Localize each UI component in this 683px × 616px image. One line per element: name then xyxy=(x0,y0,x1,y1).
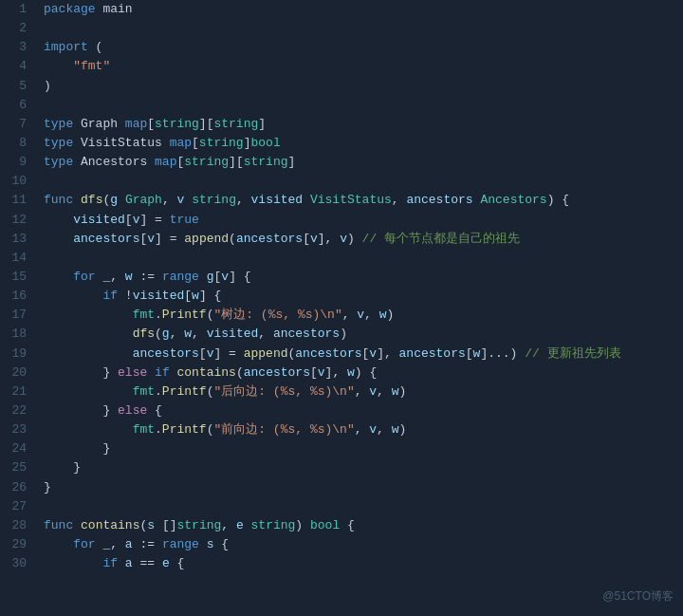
line-number: 13 xyxy=(0,230,36,249)
line-number: 12 xyxy=(0,211,36,230)
code-line: 13 ancestors[v] = append(ancestors[v], v… xyxy=(0,230,683,249)
line-number: 5 xyxy=(0,77,36,96)
line-number: 9 xyxy=(0,153,36,172)
line-number: 17 xyxy=(0,306,36,325)
line-code: } else { xyxy=(36,401,683,420)
line-code: dfs(g, w, visited, ancestors) xyxy=(36,325,683,344)
line-code: ancestors[v] = append(ancestors[v], ance… xyxy=(36,345,683,364)
code-line: 22 } else { xyxy=(0,401,683,420)
line-number: 23 xyxy=(0,420,36,439)
line-number: 25 xyxy=(0,458,36,477)
line-number: 3 xyxy=(0,38,36,57)
line-code: type VisitStatus map[string]bool xyxy=(36,134,683,153)
line-code: fmt.Printf("树边: (%s, %s)\n", v, w) xyxy=(36,306,683,325)
line-code: visited[v] = true xyxy=(36,211,683,230)
line-number: 20 xyxy=(0,364,36,383)
code-line: 10 xyxy=(0,172,683,191)
line-number: 19 xyxy=(0,345,36,364)
line-code xyxy=(36,19,683,38)
line-code: type Graph map[string][string] xyxy=(36,115,683,134)
code-editor: 1package main23import (4 "fmt"5)67type G… xyxy=(0,0,683,573)
line-code xyxy=(36,249,683,268)
line-code: } xyxy=(36,458,683,477)
code-line: 15 for _, w := range g[v] { xyxy=(0,268,683,287)
line-number: 2 xyxy=(0,19,36,38)
line-code: fmt.Printf("后向边: (%s, %s)\n", v, w) xyxy=(36,383,683,401)
line-number: 16 xyxy=(0,287,36,306)
line-code: } xyxy=(36,478,683,497)
line-code: fmt.Printf("前向边: (%s, %s)\n", v, w) xyxy=(36,420,683,439)
line-code xyxy=(36,96,683,115)
line-number: 11 xyxy=(0,191,36,210)
line-number: 10 xyxy=(0,172,36,191)
code-line: 23 fmt.Printf("前向边: (%s, %s)\n", v, w) xyxy=(0,420,683,439)
code-line: 16 if !visited[w] { xyxy=(0,287,683,306)
line-number: 28 xyxy=(0,516,36,535)
code-line: 18 dfs(g, w, visited, ancestors) xyxy=(0,325,683,344)
code-line: 26} xyxy=(0,478,683,497)
line-number: 4 xyxy=(0,57,36,76)
code-line: 9type Ancestors map[string][string] xyxy=(0,153,683,172)
line-code: ancestors[v] = append(ancestors[v], v) /… xyxy=(36,230,683,249)
code-line: 24 } xyxy=(0,439,683,458)
line-code: func contains(s []string, e string) bool… xyxy=(36,516,683,535)
code-line: 1package main xyxy=(0,0,683,19)
code-line: 2 xyxy=(0,19,683,38)
code-line: 4 "fmt" xyxy=(0,57,683,76)
line-number: 21 xyxy=(0,383,36,401)
line-number: 22 xyxy=(0,401,36,420)
line-code xyxy=(36,172,683,191)
line-code: ) xyxy=(36,77,683,96)
line-number: 7 xyxy=(0,115,36,134)
code-line: 3import ( xyxy=(0,38,683,57)
code-line: 21 fmt.Printf("后向边: (%s, %s)\n", v, w) xyxy=(0,383,683,401)
code-line: 11func dfs(g Graph, v string, visited Vi… xyxy=(0,191,683,210)
line-number: 8 xyxy=(0,134,36,153)
line-code: type Ancestors map[string][string] xyxy=(36,153,683,172)
code-line: 14 xyxy=(0,249,683,268)
code-line: 19 ancestors[v] = append(ancestors[v], a… xyxy=(0,345,683,364)
watermark: @51CTO博客 xyxy=(602,588,674,605)
line-code: import ( xyxy=(36,38,683,57)
line-number: 14 xyxy=(0,249,36,268)
line-number: 18 xyxy=(0,325,36,344)
code-line: 7type Graph map[string][string] xyxy=(0,115,683,134)
line-code xyxy=(36,497,683,516)
code-line: 12 visited[v] = true xyxy=(0,211,683,230)
code-line: 17 fmt.Printf("树边: (%s, %s)\n", v, w) xyxy=(0,306,683,325)
line-code: } else if contains(ancestors[v], w) { xyxy=(36,364,683,383)
line-code: if !visited[w] { xyxy=(36,287,683,306)
code-line: 30 if a == e { xyxy=(0,554,683,573)
line-code: if a == e { xyxy=(36,554,683,573)
line-number: 30 xyxy=(0,554,36,573)
code-line: 8type VisitStatus map[string]bool xyxy=(0,134,683,153)
code-line: 5) xyxy=(0,77,683,96)
line-number: 27 xyxy=(0,497,36,516)
line-code: "fmt" xyxy=(36,57,683,76)
line-code: package main xyxy=(36,0,683,19)
line-code: } xyxy=(36,439,683,458)
line-number: 15 xyxy=(0,268,36,287)
line-code: func dfs(g Graph, v string, visited Visi… xyxy=(36,191,683,210)
code-line: 28func contains(s []string, e string) bo… xyxy=(0,516,683,535)
code-line: 29 for _, a := range s { xyxy=(0,535,683,554)
line-number: 29 xyxy=(0,535,36,554)
line-number: 24 xyxy=(0,439,36,458)
code-line: 27 xyxy=(0,497,683,516)
line-number: 1 xyxy=(0,0,36,19)
code-line: 25 } xyxy=(0,458,683,477)
code-line: 6 xyxy=(0,96,683,115)
code-line: 20 } else if contains(ancestors[v], w) { xyxy=(0,364,683,383)
line-number: 26 xyxy=(0,478,36,497)
line-code: for _, w := range g[v] { xyxy=(36,268,683,287)
line-number: 6 xyxy=(0,96,36,115)
line-code: for _, a := range s { xyxy=(36,535,683,554)
